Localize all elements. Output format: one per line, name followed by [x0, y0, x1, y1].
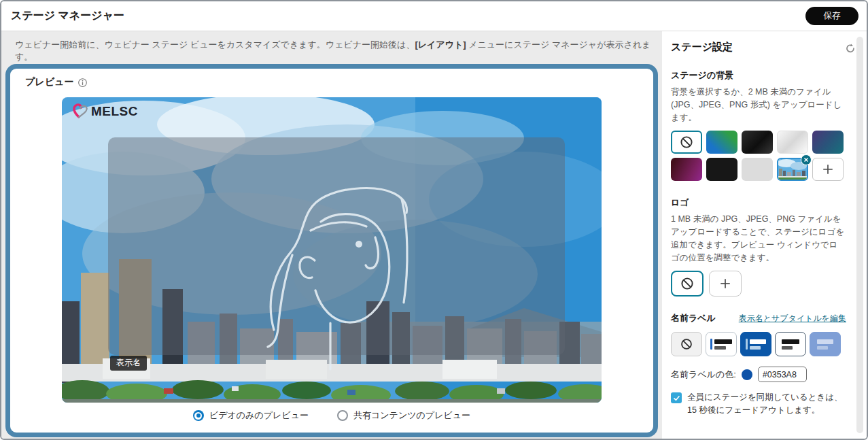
background-option-city-selected[interactable] — [777, 158, 808, 181]
edit-display-name-link[interactable]: 表示名とサブタイトルを編集 — [739, 313, 846, 324]
background-option-blue-green[interactable] — [706, 131, 737, 154]
logo-options — [671, 271, 846, 297]
name-label-style-white-accent[interactable] — [706, 332, 737, 356]
color-hex-input[interactable] — [758, 367, 807, 382]
background-option-black-waves[interactable] — [742, 131, 773, 154]
settings-title: ステージ設定 — [671, 41, 846, 54]
name-label-section-title: 名前ラベル — [671, 312, 716, 324]
circle-slash-icon — [680, 337, 693, 351]
radio-unselected-icon[interactable] — [337, 410, 348, 421]
background-option-light-gray[interactable] — [742, 158, 773, 181]
radio-video-only[interactable]: ビデオのみのプレビュー — [193, 409, 309, 422]
name-label-style-blue-filled-selected[interactable] — [740, 332, 771, 356]
display-name-label[interactable]: 表示名 — [110, 356, 147, 371]
preview-panel: プレビュー — [5, 64, 658, 437]
background-option-red-magenta[interactable] — [671, 158, 702, 181]
melsc-heart-icon — [71, 103, 88, 120]
name-label-style-none[interactable] — [671, 332, 702, 356]
info-icon[interactable] — [77, 78, 88, 88]
notice-line-1: ウェビナー開始前に、ウェビナー ステージ ビューをカスタマイズできます。ウェビナ… — [15, 39, 658, 63]
layout-menu-ref: [レイアウト] — [415, 39, 466, 50]
background-option-purple-teal[interactable] — [812, 131, 844, 154]
color-swatch[interactable] — [742, 369, 752, 380]
preview-title: プレビュー — [25, 76, 88, 88]
background-option-black[interactable] — [706, 158, 737, 181]
circle-slash-icon — [679, 135, 694, 150]
background-section-title: ステージの背景 — [671, 69, 846, 82]
top-bar: ステージ マネージャー 保存 — [1, 1, 867, 31]
stage-manager-window: ステージ マネージャー 保存 ウェビナー開始前に、ウェビナー ステージ ビューを… — [0, 0, 868, 440]
name-label-color-caption: 名前ラベルの色: — [671, 369, 736, 381]
sync-fadeout-row: 全員にステージを同期しているときは、15 秒後にフェードアウトします。 — [671, 391, 846, 417]
check-icon — [673, 394, 680, 402]
background-options-grid — [671, 131, 846, 181]
background-option-none[interactable] — [671, 131, 702, 154]
logo-section-description: 1 MB 未満の JPG、JPEG、PNG ファイルをアップロードすることで、ス… — [671, 213, 846, 264]
stage-logo[interactable]: MELSC — [71, 103, 138, 120]
logo-option-none[interactable] — [671, 271, 704, 297]
name-label-style-options — [671, 332, 846, 356]
refresh-icon[interactable] — [844, 41, 857, 57]
logo-section-title: ロゴ — [671, 197, 846, 209]
name-label-color-row: 名前ラベルの色: — [671, 367, 846, 382]
name-label-header: 名前ラベル 表示名とサブタイトルを編集 — [671, 312, 846, 324]
plus-icon — [719, 277, 731, 290]
radio-selected-icon[interactable] — [193, 410, 204, 421]
logo-add-button[interactable] — [709, 271, 742, 297]
stage-logo-text: MELSC — [91, 104, 138, 119]
sync-fadeout-checkbox[interactable] — [671, 392, 682, 403]
remove-background-icon[interactable] — [801, 154, 812, 165]
name-label-style-white-outlined[interactable] — [775, 332, 806, 356]
save-button[interactable]: 保存 — [805, 7, 858, 25]
plus-icon — [822, 163, 834, 175]
background-option-silver-waves[interactable] — [777, 131, 808, 154]
background-add-button[interactable] — [812, 158, 844, 181]
name-label-style-light-blue[interactable] — [810, 332, 841, 356]
page-title: ステージ マネージャー — [11, 9, 124, 23]
sync-fadeout-label: 全員にステージを同期しているときは、15 秒後にフェードアウトします。 — [687, 391, 846, 417]
radio-shared-content[interactable]: 共有コンテンツのプレビュー — [337, 409, 470, 422]
background-section-description: 背景を選択するか、2 MB 未満のファイル (JPG、JPEG、PNG 形式) … — [671, 86, 846, 124]
stage-preview[interactable]: MELSC 表示名 — [62, 97, 602, 403]
circle-slash-icon — [680, 276, 695, 291]
left-content-area: ウェビナー開始前に、ウェビナー ステージ ビューをカスタマイズできます。ウェビナ… — [1, 31, 662, 440]
stage-settings-panel: ステージ設定 ステージの背景 背景を選択するか、2 MB 未満のファイル (JP… — [662, 31, 868, 440]
preview-mode-radios: ビデオのみのプレビュー 共有コンテンツのプレビュー — [10, 409, 653, 422]
video-placeholder — [108, 137, 565, 369]
scrollbar[interactable] — [856, 37, 863, 433]
